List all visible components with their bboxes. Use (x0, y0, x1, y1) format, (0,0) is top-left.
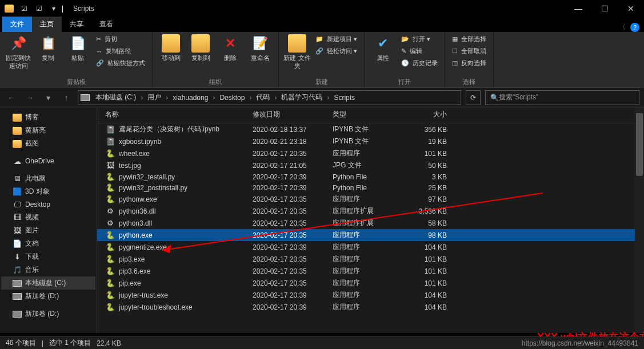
tab-file[interactable]: 文件 (2, 17, 32, 32)
file-row[interactable]: 🐍 pip3.exe 2020-02-17 20:35 应用程序 101 KB (97, 253, 644, 265)
col-size[interactable]: 大小 (407, 110, 447, 119)
breadcrumb-segment[interactable]: Desktop (217, 94, 254, 102)
sidebar-item[interactable]: 🖥此电脑 (1, 172, 95, 185)
qat-dropdown-icon[interactable]: ▾ (47, 2, 61, 15)
sidebar-item[interactable]: 博客 (1, 111, 95, 124)
newfolder-button[interactable]: 新建 文件夹 (283, 34, 311, 70)
col-date[interactable]: 修改日期 (253, 110, 333, 119)
help-icon[interactable]: ? (630, 23, 639, 32)
file-size: 50 KB (407, 162, 447, 170)
open-button[interactable]: 📂 打开 ▾ (399, 34, 440, 44)
tab-home[interactable]: 主页 (32, 17, 62, 32)
sidebar-item[interactable]: 新加卷 (D:) (1, 307, 95, 320)
search-input[interactable]: 🔍 搜索"Scripts" (485, 90, 639, 105)
file-icon: 🐍 (105, 183, 115, 192)
group-clipboard: 剪贴板 (5, 77, 147, 86)
refresh-button[interactable]: ⟳ (466, 90, 481, 105)
file-row[interactable]: 🐍 pywin32_testall.py 2020-02-17 20:39 Py… (97, 171, 644, 182)
copy-button[interactable]: 📋复制 (34, 34, 62, 62)
select-all-button[interactable]: ▦ 全部选择 (450, 34, 489, 44)
copy-path-button[interactable]: ↔ 复制路径 (94, 46, 147, 56)
file-row[interactable]: 📓 鸢尾花分类（决策树）代码.ipynb 2020-02-18 13:37 IP… (97, 123, 644, 135)
file-row[interactable]: 🐍 pip.exe 2020-02-17 20:35 应用程序 101 KB (97, 277, 644, 289)
🖵-icon: 🖵 (13, 200, 22, 209)
breadcrumb-segment[interactable]: xiahuadong (170, 94, 217, 102)
moveto-button[interactable]: 移动到 (157, 34, 185, 62)
breadcrumb-segment[interactable]: 机器学习代码 (279, 93, 331, 102)
nav-forward-button[interactable]: → (23, 91, 37, 105)
col-name[interactable]: 名称 (105, 110, 253, 119)
sidebar-item[interactable]: ☁OneDrive (1, 155, 95, 167)
file-row[interactable]: ⚙ python3.dll 2020-02-17 20:35 应用程序扩展 58… (97, 217, 644, 229)
file-size: 3 KB (407, 173, 447, 181)
sidebar-item[interactable]: 🎞视频 (1, 211, 95, 224)
file-row[interactable]: 🐍 pip3.6.exe 2020-02-17 20:35 应用程序 101 K… (97, 265, 644, 277)
file-type: 应用程序 (333, 242, 407, 252)
file-row[interactable]: 🖼 test.jpg 2020-02-17 21:05 JPG 文件 50 KB (97, 159, 644, 171)
nav-back-button[interactable]: ← (5, 91, 18, 105)
file-row[interactable]: 🐍 pygmentize.exe 2020-02-17 20:39 应用程序 1… (97, 241, 644, 253)
app-icon (2, 2, 16, 15)
sidebar-item[interactable]: 截图 (1, 137, 95, 150)
props-button[interactable]: ✔属性 (369, 34, 397, 62)
breadcrumb-segment[interactable]: 代码 (254, 93, 279, 102)
file-row[interactable]: 🐍 pythonw.exe 2020-02-17 20:35 应用程序 97 K… (97, 193, 644, 205)
pin-button[interactable]: 📌固定到快 速访问 (5, 34, 32, 70)
breadcrumb-segment[interactable]: Scripts (331, 94, 362, 102)
scrollbar[interactable] (635, 107, 644, 333)
sidebar-item[interactable]: 📄文档 (1, 237, 95, 250)
file-name: pythonw.exe (119, 195, 253, 203)
paste-button[interactable]: 📄粘贴 (64, 34, 91, 62)
sidebar-item[interactable]: 🖵Desktop (1, 198, 95, 211)
minimize-button[interactable]: — (565, 0, 591, 17)
sidebar-item[interactable]: ⬇下载 (1, 250, 95, 263)
file-row[interactable]: 📓 xgboost.ipynb 2020-02-21 23:18 IPYNB 文… (97, 135, 644, 147)
qat-checkbox-icon[interactable]: ☑ (17, 2, 31, 15)
cut-button[interactable]: ✂ 剪切 (94, 34, 147, 44)
newitem-button[interactable]: 📁 新建项目 ▾ (313, 34, 359, 44)
delete-button[interactable]: ✕删除 (217, 34, 244, 62)
file-row[interactable]: 🐍 wheel.exe 2020-02-17 20:35 应用程序 101 KB (97, 147, 644, 159)
paste-shortcut-button[interactable]: 🔗 粘贴快捷方式 (94, 58, 147, 68)
sidebar-item[interactable]: 黄新亮 (1, 124, 95, 137)
file-row[interactable]: 🐍 python.exe 2020-02-17 20:35 应用程序 98 KB (97, 229, 644, 241)
rename-button[interactable]: 📝重命名 (246, 34, 274, 62)
file-row[interactable]: 🐍 jupyter-troubleshoot.exe 2020-02-17 20… (97, 301, 644, 313)
select-invert-button[interactable]: ◫ 反向选择 (450, 58, 489, 68)
scrollbar-thumb[interactable] (636, 113, 643, 176)
nav-up-button[interactable]: ↑ (59, 91, 73, 105)
sidebar-item[interactable]: 新加卷 (D:) (1, 290, 95, 303)
breadcrumb-segment[interactable]: 本地磁盘 (C:) (93, 93, 145, 102)
maximize-button[interactable]: ☐ (591, 0, 618, 17)
copyto-button[interactable]: 复制到 (187, 34, 214, 62)
file-row[interactable]: 🐍 jupyter-trust.exe 2020-02-17 20:39 应用程… (97, 289, 644, 301)
sidebar-item[interactable]: 🟦3D 对象 (1, 185, 95, 198)
close-button[interactable]: ✕ (618, 0, 644, 17)
file-name: pip3.exe (119, 255, 253, 263)
file-icon: 🐍 (105, 243, 115, 251)
select-none-button[interactable]: ☐ 全部取消 (450, 46, 489, 56)
sidebar-item[interactable]: 🎵音乐 (1, 263, 95, 276)
column-headers[interactable]: 名称 修改日期 类型 大小 (97, 107, 644, 123)
file-row[interactable]: ⚙ python36.dll 2020-02-17 20:35 应用程序扩展 3… (97, 205, 644, 217)
edit-button[interactable]: ✎ 编辑 (399, 46, 440, 56)
breadcrumb[interactable]: 本地磁盘 (C:)用户xiahuadongDesktop代码机器学习代码Scri… (78, 90, 461, 105)
📄-icon: 📄 (13, 239, 22, 248)
history-button[interactable]: 🕓 历史记录 (399, 58, 440, 68)
nav-recent-button[interactable]: ▾ (41, 91, 55, 105)
file-row[interactable]: 🐍 pywin32_postinstall.py 2020-02-17 20:3… (97, 182, 644, 193)
file-date: 2020-02-17 21:05 (253, 162, 333, 170)
tab-view[interactable]: 查看 (91, 17, 121, 32)
file-icon: 🐍 (105, 303, 115, 311)
group-open: 打开 (369, 77, 440, 86)
col-type[interactable]: 类型 (333, 110, 407, 119)
breadcrumb-segment[interactable]: 用户 (145, 93, 170, 102)
ribbon-collapse-icon[interactable]: 〈 (619, 22, 626, 32)
sidebar-item[interactable]: 本地磁盘 (C:) (1, 276, 95, 290)
sidebar-item[interactable]: 🖼图片 (1, 224, 95, 237)
fld-icon (13, 126, 22, 135)
easyaccess-button[interactable]: 🔗 轻松访问 ▾ (313, 46, 359, 56)
qat-checkbox2-icon[interactable]: ☑ (32, 2, 46, 15)
tab-share[interactable]: 共享 (62, 17, 91, 32)
file-icon: ⚙ (105, 219, 115, 227)
